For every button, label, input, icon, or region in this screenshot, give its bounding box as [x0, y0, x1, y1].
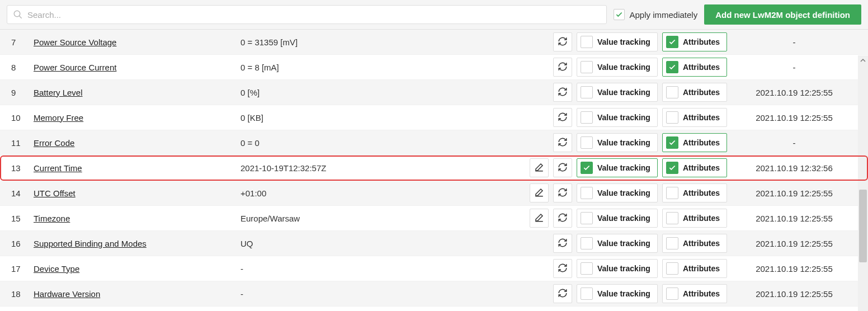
- attributes-checkbox: [666, 262, 678, 275]
- edit-button[interactable]: [530, 183, 549, 202]
- resource-name-link[interactable]: Device Type: [34, 264, 79, 274]
- value-tracking-toggle[interactable]: Value tracking: [577, 158, 658, 177]
- attributes-toggle[interactable]: Attributes: [662, 259, 727, 278]
- svg-point-0: [14, 11, 20, 17]
- resource-value: -: [240, 264, 526, 274]
- value-tracking-label: Value tracking: [597, 63, 650, 72]
- apply-immediately-label: Apply immediately: [629, 10, 697, 20]
- refresh-button[interactable]: [553, 284, 572, 303]
- apply-immediately-toggle[interactable]: Apply immediately: [614, 9, 697, 20]
- table-row: 8 Power Source Current 0 = 8 [mA] Value …: [0, 55, 868, 80]
- resource-value: 0 = 31359 [mV]: [240, 37, 526, 47]
- table-row: 17 Device Type - Value tracking Attribut…: [0, 256, 868, 281]
- scrollbar-thumb[interactable]: [859, 190, 867, 262]
- refresh-icon: [558, 87, 568, 98]
- refresh-icon: [558, 137, 568, 149]
- edit-button[interactable]: [530, 209, 549, 228]
- resource-id: 9: [11, 88, 34, 97]
- table-row: 10 Memory Free 0 [KB] Value tracking Att…: [0, 105, 868, 130]
- resource-name-link[interactable]: Battery Level: [34, 88, 83, 97]
- attributes-toggle[interactable]: Attributes: [662, 209, 727, 228]
- value-tracking-toggle[interactable]: Value tracking: [577, 183, 658, 202]
- attributes-label: Attributes: [683, 138, 720, 147]
- refresh-button[interactable]: [553, 234, 572, 253]
- timestamp: 2021.10.19 12:32:56: [727, 163, 861, 173]
- timestamp: -: [727, 37, 861, 47]
- attributes-checkbox: [666, 288, 678, 300]
- value-tracking-checkbox: [581, 187, 593, 199]
- resource-value: 0 = 8 [mA]: [240, 63, 526, 72]
- timestamp: 2021.10.19 12:25:55: [727, 239, 861, 248]
- resource-id: 16: [11, 239, 34, 248]
- edit-button[interactable]: [530, 158, 549, 177]
- refresh-icon: [558, 263, 568, 275]
- value-tracking-toggle[interactable]: Value tracking: [577, 234, 658, 253]
- value-tracking-toggle[interactable]: Value tracking: [577, 108, 658, 127]
- attributes-toggle[interactable]: Attributes: [662, 284, 727, 303]
- resource-id: 13: [11, 163, 34, 173]
- refresh-icon: [558, 112, 568, 124]
- attributes-checkbox: [666, 61, 678, 73]
- value-tracking-checkbox: [581, 162, 593, 174]
- resource-id: 8: [11, 63, 34, 72]
- resource-name-link[interactable]: Current Time: [34, 163, 82, 173]
- refresh-button[interactable]: [553, 209, 572, 228]
- scroll-up-icon[interactable]: [858, 55, 868, 65]
- value-tracking-label: Value tracking: [597, 189, 650, 197]
- refresh-button[interactable]: [553, 58, 572, 77]
- timestamp: 2021.10.19 12:25:55: [727, 113, 861, 122]
- attributes-toggle[interactable]: Attributes: [662, 58, 727, 77]
- refresh-button[interactable]: [553, 32, 572, 51]
- refresh-button[interactable]: [553, 259, 572, 278]
- value-tracking-toggle[interactable]: Value tracking: [577, 32, 658, 51]
- value-tracking-toggle[interactable]: Value tracking: [577, 58, 658, 77]
- resource-table: 7 Power Source Voltage 0 = 31359 [mV] Va…: [0, 30, 868, 311]
- attributes-label: Attributes: [683, 264, 720, 273]
- attributes-checkbox: [666, 136, 678, 149]
- timestamp: 2021.10.19 12:25:55: [727, 289, 861, 299]
- apply-immediately-checkbox[interactable]: [614, 9, 625, 20]
- resource-name-link[interactable]: UTC Offset: [34, 189, 76, 198]
- resource-name-link[interactable]: Supported Binding and Modes: [34, 239, 147, 248]
- attributes-toggle[interactable]: Attributes: [662, 234, 727, 253]
- value-tracking-toggle[interactable]: Value tracking: [577, 259, 658, 278]
- resource-name-link[interactable]: Memory Free: [34, 113, 83, 122]
- resource-id: 10: [11, 113, 34, 122]
- attributes-label: Attributes: [683, 88, 720, 97]
- attributes-label: Attributes: [683, 189, 720, 197]
- attributes-toggle[interactable]: Attributes: [662, 32, 727, 51]
- refresh-button[interactable]: [553, 183, 572, 202]
- resource-name-link[interactable]: Timezone: [34, 214, 70, 223]
- attributes-checkbox: [666, 187, 678, 199]
- attributes-label: Attributes: [683, 214, 720, 223]
- attributes-toggle[interactable]: Attributes: [662, 183, 727, 202]
- resource-id: 18: [11, 289, 34, 299]
- search-box[interactable]: [7, 5, 607, 24]
- resource-id: 11: [11, 138, 34, 148]
- table-row: 15 Timezone Europe/Warsaw Value tracking…: [0, 206, 868, 231]
- value-tracking-toggle[interactable]: Value tracking: [577, 284, 658, 303]
- refresh-button[interactable]: [553, 133, 572, 152]
- resource-name-link[interactable]: Power Source Voltage: [34, 37, 116, 47]
- value-tracking-label: Value tracking: [597, 239, 650, 248]
- resource-name-link[interactable]: Error Code: [34, 138, 74, 148]
- attributes-toggle[interactable]: Attributes: [662, 83, 727, 102]
- value-tracking-toggle[interactable]: Value tracking: [577, 133, 658, 152]
- value-tracking-toggle[interactable]: Value tracking: [577, 83, 658, 102]
- resource-name-link[interactable]: Hardware Version: [34, 289, 100, 299]
- attributes-toggle[interactable]: Attributes: [662, 133, 727, 152]
- value-tracking-label: Value tracking: [597, 37, 650, 46]
- refresh-button[interactable]: [553, 108, 572, 127]
- value-tracking-toggle[interactable]: Value tracking: [577, 209, 658, 228]
- value-tracking-label: Value tracking: [597, 289, 650, 298]
- vertical-scrollbar[interactable]: [858, 55, 868, 311]
- refresh-button[interactable]: [553, 158, 572, 177]
- refresh-button[interactable]: [553, 83, 572, 102]
- attributes-toggle[interactable]: Attributes: [662, 158, 727, 177]
- refresh-icon: [558, 36, 568, 48]
- timestamp: -: [727, 138, 861, 148]
- search-input[interactable]: [23, 7, 601, 23]
- attributes-toggle[interactable]: Attributes: [662, 108, 727, 127]
- resource-name-link[interactable]: Power Source Current: [34, 63, 116, 72]
- add-object-definition-button[interactable]: Add new LwM2M object definition: [704, 4, 861, 25]
